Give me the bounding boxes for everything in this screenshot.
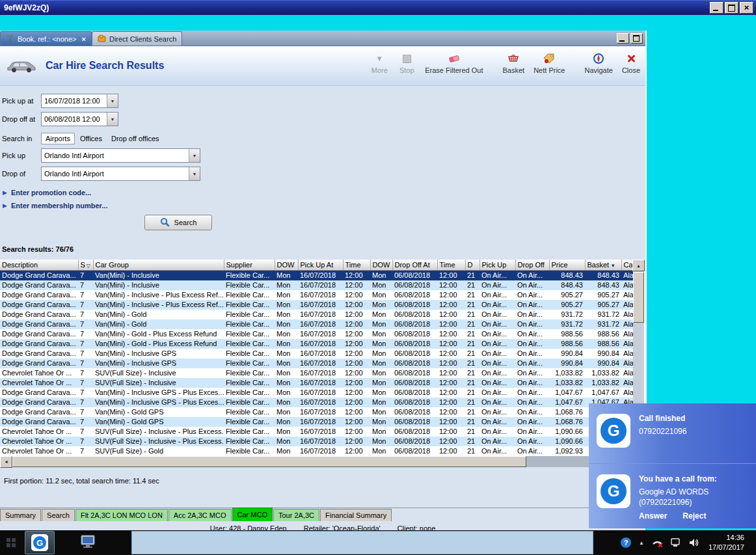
pickup-at-dropdown-icon[interactable]: ▼ <box>107 94 118 107</box>
column-header-15-ca[interactable]: Ca <box>621 260 633 271</box>
help-icon[interactable]: ? <box>621 537 631 548</box>
tab-direct-clients-search[interactable]: Direct Clients Search <box>92 31 182 46</box>
result-cell: 16/07/2018 <box>298 300 343 310</box>
maximize-button[interactable] <box>725 2 738 14</box>
search-in-tab-airports[interactable]: Airports <box>41 133 75 144</box>
search-button[interactable]: Search <box>144 215 212 230</box>
result-cell: On Air... <box>515 378 549 388</box>
taskbar-app-button[interactable] <box>74 532 103 554</box>
promotion-code-expander[interactable]: ▶ Enter promotion code... <box>3 189 645 196</box>
column-header-10-d[interactable]: D <box>465 260 479 271</box>
filter-icon[interactable]: ▽ <box>87 263 90 269</box>
notification-call-finished[interactable]: G Call finished 07920221096 <box>589 403 756 463</box>
result-row[interactable]: Dodge Grand Carava...7Van(Mini) - Inclus… <box>0 388 633 398</box>
column-header-8-drop-off-at[interactable]: Drop Off At <box>392 260 437 271</box>
pickup-dropdown-icon[interactable]: ▼ <box>189 149 200 162</box>
bottom-tab-car-mco[interactable]: Car MCO <box>232 508 273 521</box>
result-row[interactable]: Chevrolet Tahoe Or ...7SUV(Full Size) - … <box>0 437 633 446</box>
horizontal-scrollbar[interactable]: ◄ ► <box>0 456 633 467</box>
result-row[interactable]: Dodge Grand Carava...7Van(Mini) - Gold -… <box>0 339 633 349</box>
speaker-icon[interactable] <box>689 538 699 547</box>
start-button[interactable] <box>0 530 22 555</box>
tab-booking[interactable]: Book. ref.: <none> × <box>0 31 92 46</box>
mdi-minimize-button[interactable] <box>617 33 629 44</box>
bottom-tab-search[interactable]: Search <box>42 509 75 521</box>
result-row[interactable]: Chevrolet Tahoe Or ...7SUV(Full Size) - … <box>0 446 633 456</box>
membership-number-expander[interactable]: ▶ Enter membership number... <box>3 202 645 210</box>
toolbar-basket-button[interactable]: Basket <box>503 52 525 74</box>
dropoff-at-input[interactable] <box>42 113 107 126</box>
search-in-tab-offices[interactable]: Offices <box>76 133 106 144</box>
window-titlebar[interactable]: 9efWJV2zQ) × <box>0 0 756 15</box>
scroll-left-icon[interactable]: ◄ <box>0 456 12 468</box>
result-row[interactable]: Chevrolet Tahoe Or ...7SUV(Full Size) - … <box>0 368 633 378</box>
network-icon[interactable] <box>671 538 681 547</box>
result-row[interactable]: Chevrolet Tahoe Or ...7SUV(Full Size) - … <box>0 427 633 437</box>
toolbar-navigate-button[interactable]: Navigate <box>584 52 612 74</box>
bottom-tab-acc-2a-3c-mco[interactable]: Acc 2A,3C MCO <box>169 509 232 521</box>
result-row[interactable]: Dodge Grand Carava...7Van(Mini) - Inclus… <box>0 359 633 368</box>
column-header-0-description[interactable]: Description <box>0 260 78 271</box>
result-row[interactable]: Dodge Grand Carava...7Van(Mini) - Gold G… <box>0 417 633 427</box>
column-header-13-price[interactable]: Price <box>549 260 585 271</box>
result-row[interactable]: Dodge Grand Carava...7Van(Mini) - Inclus… <box>0 280 633 290</box>
column-header-7-dow[interactable]: DOW <box>370 260 392 271</box>
result-row[interactable]: Dodge Grand Carava...7Van(Mini) - Gold -… <box>0 329 633 339</box>
result-row[interactable]: Dodge Grand Carava...7Van(Mini) - Inclus… <box>0 271 633 281</box>
dropoff-input[interactable] <box>42 167 189 180</box>
horizontal-scroll-thumb[interactable] <box>12 456 526 467</box>
pickup-at-input[interactable] <box>42 94 107 107</box>
result-row[interactable]: Dodge Grand Carava...7Van(Mini) - Inclus… <box>0 290 633 300</box>
close-window-button[interactable]: × <box>740 2 753 14</box>
column-header-14-basket[interactable]: Basket▼ <box>585 260 621 271</box>
search-in-tab-drop-off-offices[interactable]: Drop off offices <box>107 133 163 144</box>
reject-button[interactable]: Reject <box>682 511 706 521</box>
mdi-restore-button[interactable] <box>630 33 643 44</box>
column-header-12-drop-off[interactable]: Drop Off <box>515 260 549 271</box>
result-row[interactable]: Dodge Grand Carava...7Van(Mini) - Inclus… <box>0 398 633 407</box>
bottom-tab-tour-2a-3c[interactable]: Tour 2A,3C <box>273 509 319 521</box>
bottom-tab-financial-summary[interactable]: Financial Summary <box>320 509 392 521</box>
price-tag-icon <box>543 52 555 65</box>
toolbar-more-button[interactable]: ▼ More <box>370 52 388 74</box>
column-header-1-s[interactable]: S▽ <box>78 260 93 271</box>
column-header-5-pick-up-at[interactable]: Pick Up At <box>298 260 343 271</box>
column-header-6-time[interactable]: Time <box>343 260 370 271</box>
column-header-3-supplier[interactable]: Supplier <box>224 260 275 271</box>
column-header-2-car-group[interactable]: Car Group <box>93 260 224 271</box>
dropoff-dropdown-icon[interactable]: ▼ <box>189 167 200 180</box>
sort-desc-icon[interactable]: ▼ <box>610 263 615 269</box>
minimize-button[interactable] <box>710 2 723 14</box>
toolbar-stop-button[interactable]: Stop <box>398 52 416 74</box>
toolbar-erase-filtered-button[interactable]: Erase Filtered Out <box>425 52 483 74</box>
tray-expand-icon[interactable]: ▲ <box>639 540 644 546</box>
result-row[interactable]: Dodge Grand Carava...7Van(Mini) - Inclus… <box>0 300 633 310</box>
vertical-scroll-thumb[interactable] <box>633 272 644 323</box>
column-header-4-dow[interactable]: DOW <box>275 260 298 271</box>
result-row[interactable]: Dodge Grand Carava...7Van(Mini) - Gold G… <box>0 407 633 417</box>
notification-incoming-call[interactable]: G You have a call from: Google AD WORDS … <box>589 463 756 528</box>
phone-offline-icon[interactable] <box>652 538 663 547</box>
result-cell: Van(Mini) - Inclusive GPS - Plus Exces..… <box>93 398 224 407</box>
pickup-input[interactable] <box>42 149 189 162</box>
taskbar-phone-app-button[interactable]: G <box>25 531 55 554</box>
bottom-tab-flt-2a-3c-lon-mco-lon[interactable]: Flt 2A,3C LON MCO LON <box>75 509 168 521</box>
taskbar-window-button[interactable] <box>131 531 593 554</box>
results-table[interactable]: DescriptionS▽Car GroupSupplierDOWPick Up… <box>0 260 634 456</box>
column-header-9-time[interactable]: Time <box>437 260 465 271</box>
answer-button[interactable]: Answer <box>639 511 667 521</box>
result-row[interactable]: Dodge Grand Carava...7Van(Mini) - GoldFl… <box>0 319 633 329</box>
toolbar-close-button[interactable]: Close <box>622 52 640 74</box>
result-row[interactable]: Dodge Grand Carava...7Van(Mini) - GoldFl… <box>0 310 633 319</box>
toolbar-nett-price-button[interactable]: Nett Price <box>533 52 565 74</box>
bottom-tab-summary[interactable]: Summary <box>0 509 41 521</box>
result-row[interactable]: Chevrolet Tahoe Or ...7SUV(Full Size) - … <box>0 378 633 388</box>
car-icon <box>7 58 36 74</box>
taskbar-clock[interactable]: 14:36 17/07/2017 <box>709 533 751 552</box>
scroll-up-icon[interactable]: ▲ <box>632 260 645 271</box>
column-header-11-pick-up[interactable]: Pick Up <box>479 260 515 271</box>
result-cell: On Air... <box>515 407 549 417</box>
result-row[interactable]: Dodge Grand Carava...7Van(Mini) - Inclus… <box>0 349 633 359</box>
tab-close-icon[interactable]: × <box>82 35 86 43</box>
dropoff-at-dropdown-icon[interactable]: ▼ <box>107 113 118 126</box>
